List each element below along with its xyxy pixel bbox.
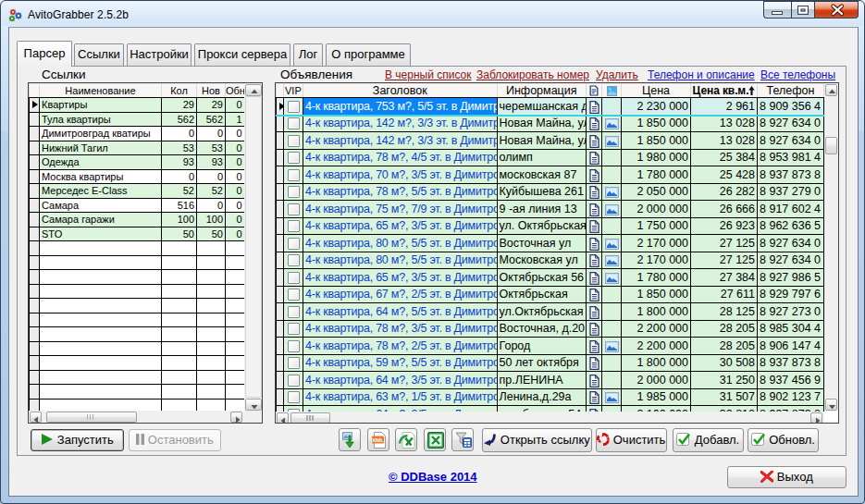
svg-text:XML: XML [371, 436, 383, 442]
